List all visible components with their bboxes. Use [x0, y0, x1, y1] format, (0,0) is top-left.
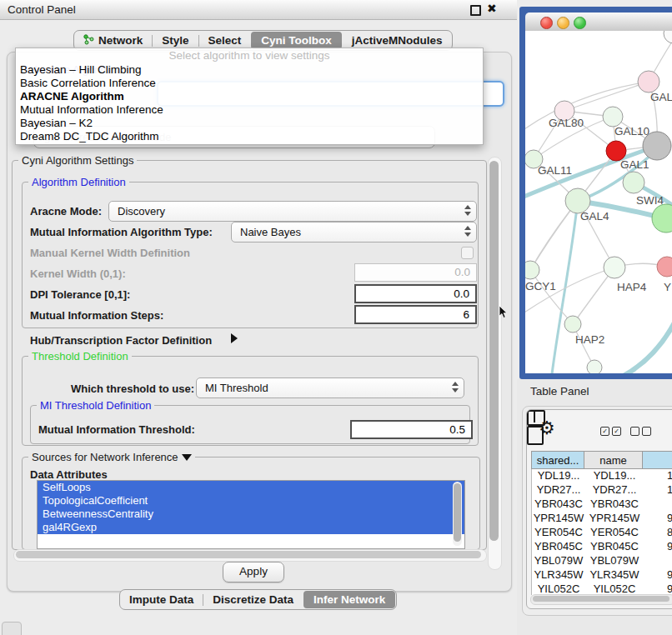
- which-threshold-select[interactable]: MI Threshold: [196, 378, 464, 398]
- unchecked-pair-icon[interactable]: [630, 427, 651, 436]
- column-header-name[interactable]: name: [584, 451, 643, 469]
- network-node-hap4[interactable]: [604, 257, 625, 278]
- expand-arrow-icon[interactable]: [231, 333, 238, 343]
- table-body[interactable]: YDL19...YDL19...13YDR27...YDR27...12YBR0…: [531, 469, 672, 595]
- table-row[interactable]: YIL052CYIL052C9: [532, 582, 672, 595]
- table-cell[interactable]: YBR045C: [532, 540, 585, 554]
- attribute-list-item[interactable]: TopologicalCoefficient: [38, 494, 464, 508]
- mi-algorithm-type-select[interactable]: Naive Bayes: [231, 222, 477, 242]
- network-node-y[interactable]: [657, 257, 672, 277]
- table-cell[interactable]: YLR345W: [585, 568, 644, 582]
- table-row[interactable]: YBR043CYBR043C: [532, 498, 672, 512]
- network-node-gal10[interactable]: [603, 107, 623, 127]
- table-row[interactable]: YBR045CYBR045C9.: [532, 540, 672, 554]
- table-cell[interactable]: 9.: [644, 540, 672, 554]
- table-row[interactable]: YBL079WYBL079W: [532, 554, 672, 568]
- table-cell[interactable]: YDR27...: [585, 483, 644, 498]
- table-cell[interactable]: 9.: [644, 568, 672, 582]
- table-row[interactable]: YPR145WYPR145W9.: [532, 512, 672, 526]
- table-row[interactable]: YLR345WYLR345W9.: [532, 568, 672, 582]
- dpi-tolerance-input[interactable]: 0.0: [354, 284, 477, 303]
- close-icon[interactable]: ✖: [487, 2, 497, 15]
- attribute-list-item[interactable]: gal4RGexp: [38, 521, 464, 534]
- network-node-swi4[interactable]: [623, 172, 644, 193]
- network-node-gal[interactable]: [638, 71, 659, 92]
- table-cell[interactable]: YIL052C: [585, 582, 644, 595]
- algorithm-option[interactable]: ARACNE Algorithm: [16, 90, 483, 103]
- tab-infer-network[interactable]: Infer Network: [303, 591, 395, 608]
- attribute-list-item[interactable]: SelfLoops: [38, 481, 464, 494]
- kernel-width-input[interactable]: 0.0: [354, 263, 477, 282]
- tab-style[interactable]: Style: [153, 32, 198, 48]
- algorithm-option[interactable]: Basic Correlation Inference: [16, 77, 483, 90]
- apply-button[interactable]: Apply: [223, 562, 284, 582]
- collapse-arrow-icon[interactable]: [182, 454, 192, 461]
- table-cell[interactable]: YER054C: [532, 526, 585, 540]
- network-node[interactable]: [652, 204, 672, 232]
- minimize-traffic-light[interactable]: [557, 17, 569, 29]
- float-window-icon[interactable]: [470, 5, 481, 16]
- column-header-shared[interactable]: shared...: [531, 451, 584, 469]
- gear-icon[interactable]: ⚙: [539, 418, 555, 439]
- network-node-hap2[interactable]: [564, 316, 581, 332]
- table-cell[interactable]: YIL052C: [532, 582, 585, 595]
- table-cell[interactable]: [644, 554, 672, 568]
- table-cell[interactable]: 12: [644, 483, 672, 498]
- tab-cyni-toolbox[interactable]: Cyni Toolbox: [251, 32, 342, 49]
- table-cell[interactable]: YBL079W: [585, 554, 644, 568]
- table-cell[interactable]: 9: [644, 582, 672, 595]
- attribute-list-item[interactable]: BetweennessCentrality: [38, 508, 464, 521]
- scrollbar-thumb[interactable]: [489, 161, 499, 541]
- table-cell[interactable]: YBR045C: [585, 540, 644, 554]
- table-cell[interactable]: YPR145W: [532, 512, 585, 526]
- table-cell[interactable]: 8.: [644, 526, 672, 540]
- table-cell[interactable]: YBR043C: [532, 498, 585, 512]
- algorithm-option[interactable]: Bayesian – Hill Climbing: [16, 63, 483, 77]
- table-cell[interactable]: YDR27...: [532, 483, 585, 498]
- scrollbar-thumb[interactable]: [533, 596, 669, 602]
- network-canvas[interactable]: GALGAL80GAL10GAL1GAL11GAL4SWI4GCY1HAP4YH…: [525, 31, 672, 373]
- table-row[interactable]: YER054CYER054C8.: [532, 526, 672, 540]
- network-edge[interactable]: [614, 321, 672, 373]
- close-traffic-light[interactable]: [540, 17, 553, 29]
- table-cell[interactable]: YBR043C: [585, 498, 644, 512]
- network-node[interactable]: [587, 360, 602, 373]
- mi-steps-input[interactable]: 6: [354, 305, 477, 324]
- zoom-traffic-light[interactable]: [574, 17, 586, 29]
- table-cell[interactable]: YLR345W: [532, 568, 585, 582]
- aracne-mode-select[interactable]: Discovery: [108, 201, 477, 222]
- algorithm-option[interactable]: Mutual Information Inference: [16, 103, 483, 117]
- table-cell[interactable]: YDL19...: [532, 469, 585, 483]
- column-header-partial[interactable]: [643, 451, 672, 469]
- network-node-gcy1[interactable]: [525, 261, 539, 279]
- table-cell[interactable]: YER054C: [585, 526, 644, 540]
- settings-horizontal-scrollbar[interactable]: [13, 549, 487, 562]
- scrollbar-thumb[interactable]: [454, 483, 461, 542]
- table-cell[interactable]: YPR145W: [585, 512, 644, 526]
- table-row[interactable]: YDR27...YDR27...12: [532, 483, 672, 498]
- table-cell[interactable]: 13: [644, 469, 672, 483]
- tab-discretize-data[interactable]: Discretize Data: [203, 592, 303, 608]
- checked-pair-icon[interactable]: ✓✓: [600, 427, 621, 436]
- partial-corner-button[interactable]: [2, 622, 22, 635]
- scrollbar-thumb[interactable]: [16, 551, 481, 558]
- table-horizontal-scrollbar[interactable]: [530, 594, 672, 605]
- network-node[interactable]: [643, 132, 671, 160]
- table-cell[interactable]: [644, 498, 672, 512]
- tab-select[interactable]: Select: [199, 32, 251, 48]
- manual-kernel-checkbox[interactable]: [461, 247, 474, 259]
- tab-jactivemnodules[interactable]: jActiveMNodules: [343, 32, 452, 48]
- mi-threshold-input[interactable]: 0.5: [350, 420, 473, 439]
- table-row[interactable]: YDL19...YDL19...13: [532, 469, 672, 483]
- data-attributes-list[interactable]: SelfLoopsTopologicalCoefficientBetweenne…: [37, 480, 465, 549]
- network-node[interactable]: [664, 31, 672, 43]
- algorithm-option[interactable]: Bayesian – K2: [16, 117, 483, 130]
- attributes-scrollbar[interactable]: [453, 482, 462, 546]
- algorithm-option[interactable]: Dream8 DC_TDC Algorithm: [16, 130, 483, 143]
- network-edge[interactable]: [564, 82, 649, 111]
- settings-vertical-scrollbar[interactable]: [488, 157, 502, 570]
- tab-network[interactable]: Network: [74, 32, 152, 49]
- network-edge[interactable]: [525, 82, 649, 131]
- table-cell[interactable]: 9.: [644, 512, 672, 526]
- tab-impute-data[interactable]: Impute Data: [120, 592, 203, 608]
